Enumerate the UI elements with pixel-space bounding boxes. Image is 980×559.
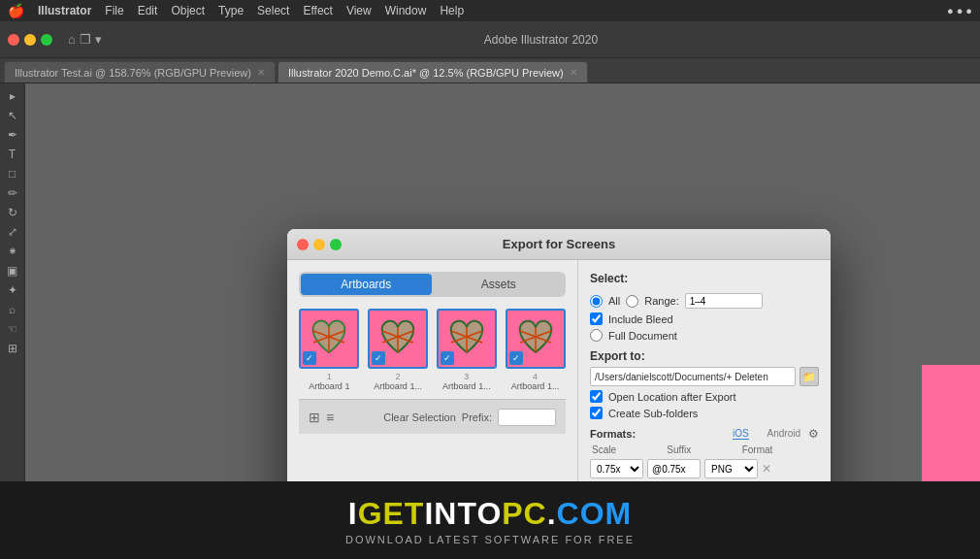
artboard-2-check: ✓ [372,351,385,365]
pen-tool[interactable]: ✒ [3,126,22,144]
scale-select-1[interactable]: 0.75x 1x 2x 3x 4x [590,459,643,478]
format-select-1[interactable]: PNG JPG SVG PDF [704,459,758,478]
open-after-row: Open Location after Export [590,390,819,403]
watermark-logo: IGETINTOPC.COM [348,496,633,532]
menu-object[interactable]: Object [171,4,205,17]
menu-edit[interactable]: Edit [138,4,158,17]
brush-tool[interactable]: ✏ [3,184,22,202]
ios-tab[interactable]: iOS [733,428,749,440]
dialog-minimize[interactable] [313,239,325,250]
gradient-tool[interactable]: ▣ [3,262,22,280]
artboard-3[interactable]: ✓ 3 Artboard 1... [437,309,498,391]
dialog-traffic-lights [297,239,342,250]
prefix-input[interactable] [498,409,556,426]
close-button[interactable] [8,34,19,46]
formats-columns: Scale Suffix Format [590,444,819,455]
artboard-tool[interactable]: ⊞ [3,340,22,357]
minimize-button[interactable] [24,34,36,46]
menu-illustrator[interactable]: Illustrator [38,4,91,17]
prefix-label: Prefix: [462,411,492,423]
path-row: /Users/danielscott/Documents/+ Deleten 📁 [590,367,819,386]
shape-tool[interactable]: □ [3,165,22,182]
home-icon[interactable]: ⌂ [68,32,76,47]
remove-format-1-button[interactable]: ✕ [762,463,771,475]
artboard-4-label: 4 Artboard 1... [505,372,566,391]
maximize-button[interactable] [41,34,52,46]
watermark-subtitle: Download Latest Software for Free [345,534,635,545]
wm-get: GET [358,496,425,531]
tabs-bar: Illustrator Test.ai @ 158.76% (RGB/GPU P… [0,58,980,83]
menu-bar: 🍎 Illustrator File Edit Object Type Sele… [0,0,980,21]
blend-tool[interactable]: ⁕ [3,243,22,260]
hand-tool[interactable]: ☜ [3,320,22,338]
type-tool[interactable]: T [3,146,22,163]
artboard-3-thumb[interactable]: ✓ [437,309,497,369]
artboard-3-check: ✓ [441,351,454,365]
tab-0[interactable]: Illustrator Test.ai @ 158.76% (RGB/GPU P… [4,61,276,82]
menu-bar-right: ● ● ● [947,5,972,16]
full-document-label: Full Document [608,330,677,342]
export-path-display: /Users/danielscott/Documents/+ Deleten [590,367,796,386]
grid-view-icon[interactable]: ⊞ [309,410,320,425]
artboard-2-label: 2 Artboard 1... [368,372,429,391]
android-tab[interactable]: Android [768,428,800,440]
arrange-icon[interactable]: ❐ [80,32,91,47]
artboard-1[interactable]: ✓ 1 Artboard 1 [299,309,360,391]
menu-view[interactable]: View [346,4,372,17]
tab-1-close[interactable]: ✕ [570,67,577,78]
all-radio[interactable] [590,295,603,308]
artboards-tab[interactable]: Artboards [301,274,432,295]
dialog-titlebar: Export for Screens [287,229,831,260]
artboards-grid: ✓ 1 Artboard 1 [299,309,566,391]
open-after-checkbox[interactable] [590,390,603,403]
tab-0-close[interactable]: ✕ [257,67,265,78]
direct-select-tool[interactable]: ↖ [3,107,22,124]
dialog-bottom-toolbar: ⊞ ≡ Clear Selection Prefix: [299,399,566,434]
formats-gear-icon[interactable]: ⚙ [808,427,819,441]
toolbar: ⌂ ❐ ▾ Adobe Illustrator 2020 [0,21,980,58]
list-view-icon[interactable]: ≡ [326,410,334,425]
include-bleed-checkbox[interactable] [590,312,603,325]
rotate-tool[interactable]: ↻ [3,204,22,221]
eyedropper-tool[interactable]: ✦ [3,281,22,299]
tab-0-label: Illustrator Test.ai @ 158.76% (RGB/GPU P… [15,67,251,79]
include-bleed-label: Include Bleed [608,313,673,325]
menu-file[interactable]: File [105,4,123,17]
menu-select[interactable]: Select [257,4,289,17]
full-document-radio[interactable] [590,329,603,342]
include-bleed-row: Include Bleed [590,312,819,325]
suffix-input-1[interactable] [647,459,701,478]
artboard-2-thumb[interactable]: ✓ [368,309,428,369]
assets-tab[interactable]: Assets [434,274,565,295]
zoom-tool[interactable]: ⌕ [3,301,22,318]
menu-window[interactable]: Window [385,4,427,17]
pink-background-element [922,365,980,481]
dropdown-icon[interactable]: ▾ [95,32,102,47]
artboard-1-label: 1 Artboard 1 [299,372,360,391]
range-radio[interactable] [626,295,638,308]
dialog-title: Export for Screens [503,237,615,251]
artboard-4-thumb[interactable]: ✓ [506,309,566,369]
format-col-header: Format [742,444,817,455]
dialog-zoom[interactable] [330,239,342,250]
selection-tool[interactable]: ▸ [3,87,22,105]
range-input[interactable] [685,293,763,309]
menu-help[interactable]: Help [440,4,464,17]
menu-effect[interactable]: Effect [303,4,332,17]
watermark-banner: IGETINTOPC.COM Download Latest Software … [0,481,980,559]
create-subfolders-label: Create Sub-folders [608,408,698,419]
menu-type[interactable]: Type [218,4,244,17]
artboard-4[interactable]: ✓ 4 Artboard 1... [505,309,566,391]
scale-tool[interactable]: ⤢ [3,223,22,241]
tab-1[interactable]: Illustrator 2020 Demo.C.ai* @ 12.5% (RGB… [278,61,588,82]
clear-selection-button[interactable]: Clear Selection [383,411,456,423]
browse-folder-button[interactable]: 📁 [800,367,819,386]
create-subfolders-checkbox[interactable] [590,407,603,419]
dialog-close[interactable] [297,239,309,250]
artboard-2[interactable]: ✓ 2 Artboard 1... [368,309,429,391]
artboard-1-thumb[interactable]: ✓ [299,309,359,369]
suffix-col-header: Suffix [667,444,741,455]
menu-bar-time: ● ● ● [947,5,972,16]
apple-menu[interactable]: 🍎 [8,3,24,18]
all-radio-label: All [608,295,620,307]
